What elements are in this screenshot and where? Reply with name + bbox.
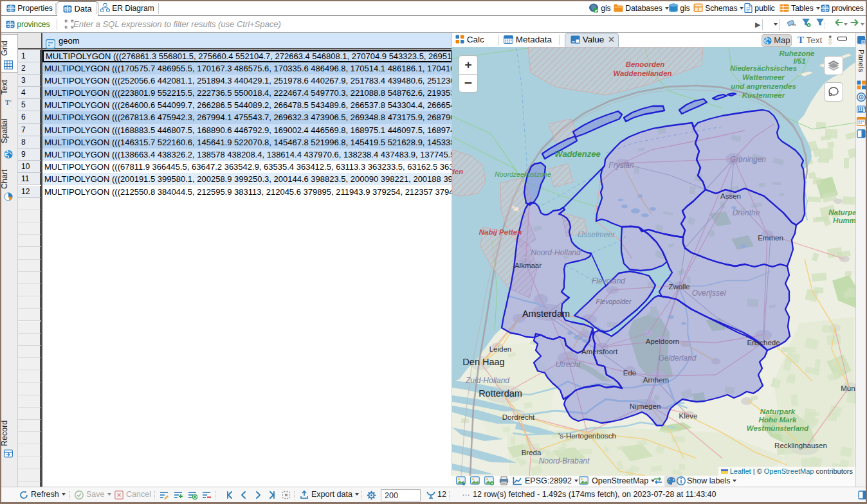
svg-text:Flevopolder: Flevopolder — [596, 298, 632, 305]
svg-text:Humm: Humm — [833, 217, 855, 224]
svg-text:Ruhezone: Ruhezone — [780, 50, 816, 57]
svg-text:Naturpa: Naturpa — [828, 208, 855, 216]
svg-text:Enschede: Enschede — [747, 339, 780, 346]
svg-text:Assen: Assen — [720, 192, 741, 200]
svg-text:Fryslân: Fryslân — [608, 161, 634, 170]
svg-text:Overijssel: Overijssel — [692, 289, 726, 298]
svg-text:Dordrecht: Dordrecht — [502, 413, 535, 421]
svg-text:Nijmegen: Nijmegen — [630, 402, 661, 410]
svg-text:Nabij Petten: Nabij Petten — [479, 228, 522, 236]
svg-text:Naturpark: Naturpark — [760, 408, 796, 415]
svg-text:Wattenmeer: Wattenmeer — [742, 73, 785, 81]
svg-text:Hohe Mark: Hohe Mark — [759, 416, 797, 424]
svg-text:IJsselmeer: IJsselmeer — [578, 230, 616, 239]
svg-text:Alkmaar: Alkmaar — [515, 262, 542, 269]
svg-text:'s-Hertogenbosch: 's-Hertogenbosch — [558, 432, 616, 440]
svg-text:Noordzeekustzone: Noordzeekustzone — [495, 170, 551, 178]
svg-text:«: « — [9, 99, 12, 104]
svg-text:Benoorden: Benoorden — [626, 60, 665, 68]
svg-text:Ede: Ede — [623, 369, 636, 377]
svg-text:Arnhem: Arnhem — [643, 376, 669, 384]
svg-text:Gelderland: Gelderland — [659, 354, 697, 363]
svg-text:Leiden: Leiden — [489, 345, 512, 353]
svg-text:Flevoland: Flevoland — [592, 276, 625, 285]
svg-text:und angrenzendes: und angrenzendes — [731, 82, 796, 90]
svg-text:Noord-Holland: Noord-Holland — [531, 248, 581, 257]
svg-text:Niedersächsisches: Niedersächsisches — [730, 64, 797, 72]
svg-text:Kleve: Kleve — [679, 412, 698, 420]
svg-text:Waddenzee: Waddenzee — [554, 149, 600, 159]
svg-text:Recklinghausen: Recklinghausen — [774, 442, 827, 449]
svg-text:Küstenmeer: Küstenmeer — [742, 91, 785, 99]
svg-text:Den Haag: Den Haag — [462, 357, 504, 367]
svg-text:Groningen: Groningen — [730, 155, 766, 164]
svg-text:Rotterdam: Rotterdam — [479, 388, 522, 399]
svg-text:Drenthe: Drenthe — [733, 208, 760, 217]
svg-text:Utrecht: Utrecht — [556, 360, 581, 369]
svg-text:Amersfoort: Amersfoort — [581, 348, 618, 356]
svg-text:Waddeneilanden: Waddeneilanden — [613, 69, 671, 77]
svg-text:Zuid-Holland: Zuid-Holland — [465, 376, 509, 385]
svg-text:Emmen: Emmen — [758, 234, 783, 242]
svg-text:Apeldoorn: Apeldoorn — [646, 338, 679, 345]
svg-text:Breda: Breda — [522, 449, 542, 456]
svg-text:Noord-Brabant: Noord-Brabant — [539, 456, 590, 465]
svg-text:Amsterdam: Amsterdam — [522, 309, 570, 319]
svg-text:Münster: Münster — [841, 384, 855, 392]
svg-text:den: den — [452, 168, 463, 176]
svg-text:Zwolle: Zwolle — [668, 283, 689, 291]
svg-text:Westmünsterland: Westmünsterland — [747, 424, 809, 432]
